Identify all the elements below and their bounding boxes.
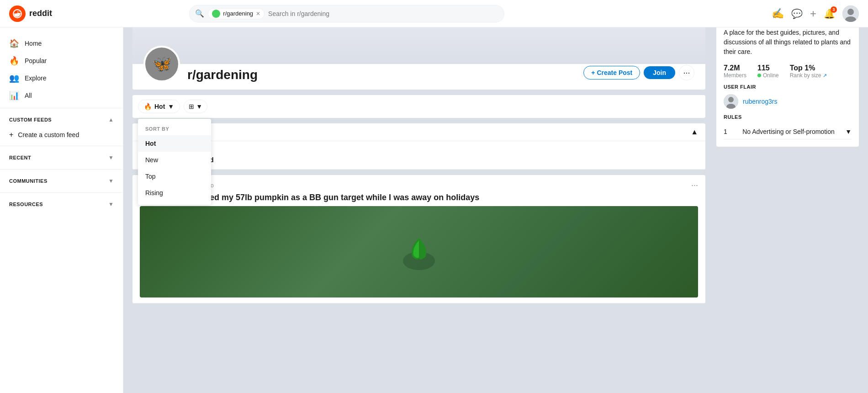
- communities-section-header[interactable]: COMMUNITIES ▼: [0, 173, 123, 189]
- post-title: My roommates used my 57lb pumpkin as a B…: [140, 193, 698, 202]
- pinned-post-item: 📌 10 comments Friendly Friday Thread: [132, 141, 705, 170]
- main-post-section: SouthOfHeaven42 • 5 hr. ago ··· My roomm…: [132, 175, 705, 303]
- join-button[interactable]: Join: [644, 66, 675, 79]
- sort-option-top[interactable]: Top: [138, 168, 211, 185]
- user-flair-row: rubenrog3rs: [724, 94, 852, 109]
- post-image-svg: [392, 224, 446, 279]
- chat-icon[interactable]: 💬: [791, 8, 803, 19]
- custom-feeds-chevron-icon: ▲: [108, 117, 114, 123]
- create-feed-label: Create a custom feed: [18, 131, 79, 138]
- right-sidebar: Gardening, Plants, and Agriculture. A pl…: [716, 9, 859, 303]
- popular-icon: 🔥: [9, 56, 19, 66]
- recent-section-header[interactable]: RECENT ▼: [0, 150, 123, 165]
- resources-section-header[interactable]: RESOURCES ▼: [0, 196, 123, 212]
- feed-controls: 🔥 Hot ▼ ⊞ ▼ Sort by Hot New Top Rising: [132, 95, 705, 118]
- sort-option-hot[interactable]: Hot: [138, 135, 211, 152]
- create-post-plus-icon: +: [591, 69, 595, 76]
- rule-chevron-icon: ▼: [845, 128, 852, 135]
- notification-badge: 3: [831, 6, 837, 13]
- flair-username[interactable]: rubenrog3rs: [743, 98, 778, 105]
- members-label: Members: [724, 72, 746, 79]
- recent-title: RECENT: [9, 155, 31, 160]
- sidebar-item-popular-label: Popular: [25, 57, 47, 64]
- sidebar-item-popular[interactable]: 🔥 Popular: [0, 52, 123, 69]
- layout-button[interactable]: ⊞ ▼: [184, 100, 207, 113]
- community-highlights-bar[interactable]: Community highlights ▲: [132, 123, 705, 141]
- rule-item-1[interactable]: 1 No Advertising or Self-promotion ▼: [724, 124, 852, 139]
- flair-user-avatar: [724, 94, 738, 109]
- online-value: 115: [757, 64, 779, 72]
- subreddit-actions: + Create Post Join ···: [583, 65, 694, 82]
- rank-link[interactable]: ↗: [823, 73, 827, 79]
- post-section: Community highlights ▲ 📌 10 comments Fri…: [132, 123, 705, 170]
- post-image: [140, 206, 698, 297]
- layout-icon: ⊞: [189, 103, 194, 110]
- search-input[interactable]: [268, 10, 498, 17]
- community-highlights-collapse-icon: ▲: [691, 128, 698, 136]
- post-more-options-icon[interactable]: ···: [691, 181, 698, 190]
- add-icon[interactable]: +: [810, 7, 816, 20]
- top-navigation: reddit 🔍 r/gardening ✕ ✍️ 💬 + 🔔 3: [0, 0, 868, 27]
- rank-stat: Top 1% Rank by size ↗: [790, 64, 827, 79]
- add-feed-icon: +: [9, 131, 13, 139]
- sort-dropdown: Sort by Hot New Top Rising: [138, 119, 211, 205]
- svg-point-3: [847, 9, 854, 15]
- subreddit-info: r/gardening: [187, 64, 576, 82]
- post-meta: SouthOfHeaven42 • 5 hr. ago ···: [140, 181, 698, 190]
- sidebar-item-home-label: Home: [25, 40, 42, 47]
- search-bar[interactable]: 🔍 r/gardening ✕: [189, 5, 504, 22]
- create-post-icon[interactable]: ✍️: [772, 8, 784, 20]
- hot-icon: 🔥: [144, 103, 152, 110]
- home-icon: 🏠: [9, 38, 19, 48]
- sidebar-divider-4: [0, 192, 123, 193]
- sidebar-divider-3: [0, 169, 123, 170]
- subreddit-pill-avatar: [212, 10, 220, 18]
- more-options-button[interactable]: ···: [679, 65, 694, 80]
- nav-icons: ✍️ 💬 + 🔔 3: [772, 5, 859, 22]
- search-subreddit-pill[interactable]: r/gardening ✕: [208, 8, 265, 19]
- logo[interactable]: reddit: [9, 5, 52, 22]
- resources-chevron-icon: ▼: [108, 201, 114, 207]
- more-options-icon: ···: [683, 68, 690, 78]
- rank-value: Top 1%: [790, 64, 827, 72]
- rules-title: RULES: [724, 114, 852, 120]
- rules-section: RULES 1 No Advertising or Self-promotion…: [724, 114, 852, 139]
- user-flair-title: USER FLAIR: [724, 84, 852, 90]
- resources-title: RESOURCES: [9, 202, 43, 207]
- community-info-desc: A place for the best guides, pictures, a…: [724, 28, 852, 57]
- community-info-card: Gardening, Plants, and Agriculture. A pl…: [716, 9, 859, 147]
- create-post-button[interactable]: + Create Post: [583, 66, 640, 80]
- sidebar-item-explore-label: Explore: [25, 74, 46, 82]
- custom-feeds-title: CUSTOM FEEDS: [9, 117, 52, 122]
- subreddit-header: 🦋 r/gardening + Create Post Join ···: [132, 64, 705, 90]
- main-content: 🦋 r/gardening + Create Post Join ··· �: [123, 0, 868, 313]
- logo-text: reddit: [29, 9, 52, 18]
- user-avatar[interactable]: [842, 5, 859, 22]
- sort-option-rising[interactable]: Rising: [138, 185, 211, 201]
- subreddit-container: 🦋 r/gardening + Create Post Join ··· �: [132, 9, 705, 303]
- sort-hot-button[interactable]: 🔥 Hot ▼: [138, 100, 180, 113]
- all-icon: 📊: [9, 90, 19, 101]
- explore-icon: 👥: [9, 73, 19, 83]
- rule-number: 1: [724, 128, 727, 135]
- search-pill-close-icon[interactable]: ✕: [256, 11, 260, 17]
- layout-chevron-icon: ▼: [196, 103, 202, 110]
- logo-icon: [9, 5, 26, 22]
- subreddit-pill-name: r/gardening: [223, 10, 253, 17]
- create-custom-feed-item[interactable]: + Create a custom feed: [0, 127, 123, 142]
- sort-option-new[interactable]: New: [138, 152, 211, 168]
- notifications-icon[interactable]: 🔔 3: [824, 8, 835, 19]
- sidebar-item-all[interactable]: 📊 All: [0, 87, 123, 104]
- sidebar-item-home[interactable]: 🏠 Home: [0, 35, 123, 52]
- sidebar-divider-1: [0, 108, 123, 108]
- sidebar-item-explore[interactable]: 👥 Explore: [0, 69, 123, 87]
- left-sidebar: 🏠 Home 🔥 Popular 👥 Explore 📊 All CUSTOM …: [0, 27, 123, 313]
- rank-label: Rank by size ↗: [790, 72, 827, 79]
- hot-label: Hot: [154, 103, 165, 110]
- online-stat: 115 Online: [757, 64, 779, 79]
- pinned-post-title: Friendly Friday Thread: [140, 156, 698, 164]
- custom-feeds-section-header[interactable]: CUSTOM FEEDS ▲: [0, 112, 123, 127]
- sidebar-item-all-label: All: [25, 92, 32, 99]
- rule-label: No Advertising or Self-promotion: [742, 128, 835, 135]
- online-label: Online: [757, 72, 779, 79]
